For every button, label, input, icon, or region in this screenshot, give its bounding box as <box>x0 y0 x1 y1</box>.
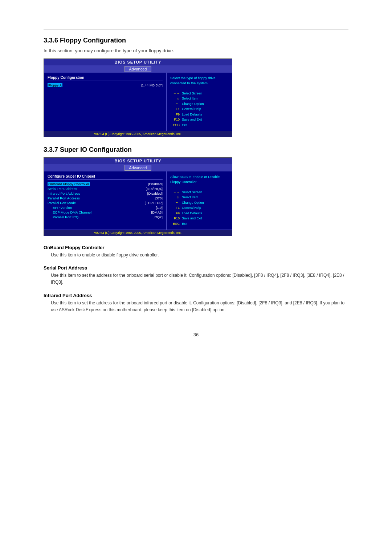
bios-row-value: [3F8/IRQ4] <box>146 187 163 191</box>
bios-superio-footer: v02.54 (C) Copyright 1985-2005, American… <box>44 230 232 236</box>
kb-row: +–Change Option <box>170 102 228 107</box>
kb-desc: Change Option <box>182 200 204 206</box>
bios-floppy-a-value: [1.44 MB 3½"] <box>141 83 163 87</box>
kb-desc: Save and Exit <box>182 216 202 221</box>
kb-key: F9 <box>170 211 180 216</box>
kb-row: F1General Help <box>170 206 228 211</box>
bios-title-floppy: BIOS SETUP UTILITY <box>44 59 232 65</box>
bios-row-label: Parallel Port IRQ <box>48 215 78 219</box>
kb-row: F9Load Defaults <box>170 211 228 216</box>
bios-row-value: [ECP+EPP] <box>145 201 163 205</box>
kb-key: F9 <box>170 112 180 117</box>
bios-row-value: [IRQ7] <box>153 215 163 219</box>
bios-nav-item-advanced[interactable]: Advanced <box>124 66 152 72</box>
bios-row-value: [Enabled] <box>148 182 163 186</box>
bios-content-superio: Configure Super IO Chipset OnBoard Flopp… <box>44 171 232 230</box>
bios-title-superio: BIOS SETUP UTILITY <box>44 158 232 164</box>
bios-row: Parallel Port Address[378] <box>48 196 163 200</box>
kb-desc: Select Item <box>182 195 198 200</box>
kb-desc: Change Option <box>182 102 204 107</box>
bios-box-floppy: BIOS SETUP UTILITY Advanced Floppy Confi… <box>44 58 232 137</box>
bios-row-label: ECP Mode DMA Channel <box>48 210 91 214</box>
kb-key: +– <box>170 200 180 206</box>
bios-nav-superio: Advanced <box>44 164 232 171</box>
subsection: Infrared Port AddressUse this item to se… <box>44 293 348 313</box>
bios-section-label-floppy: Floppy Configuration <box>48 76 163 81</box>
bios-superio-rows: OnBoard Floppy Controller[Enabled]Serial… <box>48 182 163 219</box>
bios-right-floppy: Select the type of floppy drive connecte… <box>167 73 232 131</box>
kb-key: F10 <box>170 117 180 122</box>
top-divider <box>44 29 348 29</box>
kb-key: ESC <box>170 123 180 128</box>
kb-key: F10 <box>170 216 180 221</box>
bios-row-value: [1.9] <box>156 206 163 210</box>
bios-superio-keybindings: ←→Select Screen↑↓Select Item+–Change Opt… <box>170 190 228 227</box>
bios-row-label: OnBoard Floppy Controller <box>48 182 90 186</box>
bios-nav-item-advanced-superio[interactable]: Advanced <box>124 165 152 171</box>
bottom-divider <box>44 321 348 321</box>
bios-row-value: [DMA3] <box>151 210 163 214</box>
bios-nav-floppy: Advanced <box>44 65 232 73</box>
kb-key: +– <box>170 102 180 107</box>
kb-row: ESCExit <box>170 222 228 227</box>
section-superio-title: 3.3.7 Super IO Configuration <box>44 146 348 154</box>
kb-row: F10Save and Exit <box>170 117 228 122</box>
bios-row: Infrared Port Address[Disabled] <box>48 191 163 195</box>
bios-row-label: Serial Port Address <box>48 187 77 191</box>
subsection-body: Use this item to set the address for the… <box>44 272 348 286</box>
kb-row: +–Change Option <box>170 200 228 206</box>
subsection-title: OnBoard Floppy Controller <box>44 245 348 250</box>
bios-row: Parallel Port Mode[ECP+EPP] <box>48 201 163 205</box>
bios-floppy-a-label: Floppy A <box>48 83 62 87</box>
kb-row: ←→Select Screen <box>170 91 228 96</box>
bios-floppy-keybindings: ←→Select Screen↑↓Select Item+–Change Opt… <box>170 91 228 128</box>
kb-key: ESC <box>170 222 180 227</box>
kb-row: ←→Select Screen <box>170 190 228 195</box>
bios-row: EPP Version[1.9] <box>48 206 163 210</box>
kb-desc: Load Defaults <box>182 211 202 216</box>
kb-desc: Exit <box>182 222 187 227</box>
kb-desc: General Help <box>182 107 201 112</box>
kb-desc: Load Defaults <box>182 112 202 117</box>
bios-superio-help: Allow BIOS to Enable or Disable Floppy C… <box>170 174 228 185</box>
bios-row-label: Parallel Port Mode <box>48 201 76 205</box>
bios-floppy-row: Floppy A [1.44 MB 3½"] <box>48 83 163 87</box>
kb-desc: Exit <box>182 123 187 128</box>
section-floppy-title: 3.3.6 Floppy Configuration <box>44 37 348 44</box>
kb-row: F9Load Defaults <box>170 112 228 117</box>
bios-floppy-help: Select the type of floppy drive connecte… <box>170 76 228 86</box>
bios-row-label: Infrared Port Address <box>48 191 80 195</box>
bios-row-label: EPP Version <box>48 206 72 210</box>
bios-floppy-footer: v02.54 (C) Copyright 1985-2005, American… <box>44 131 232 137</box>
bios-left-superio: Configure Super IO Chipset OnBoard Flopp… <box>44 171 167 230</box>
bios-section-label-superio: Configure Super IO Chipset <box>48 174 163 180</box>
kb-row: ESCExit <box>170 123 228 128</box>
subsection: OnBoard Floppy ControllerUse this item t… <box>44 245 348 259</box>
kb-row: ↑↓Select Item <box>170 195 228 200</box>
bios-right-superio: Allow BIOS to Enable or Disable Floppy C… <box>167 171 232 230</box>
bios-row-value: [Disabled] <box>147 191 163 195</box>
kb-key: ←→ <box>170 190 180 195</box>
kb-key: ←→ <box>170 91 180 96</box>
kb-desc: Select Screen <box>182 91 202 96</box>
bios-row-label: Parallel Port Address <box>48 196 80 200</box>
bios-row-value: [378] <box>155 196 163 200</box>
kb-key: ↑↓ <box>170 195 180 200</box>
section-floppy-intro: In this section, you may configure the t… <box>44 48 348 53</box>
subsection: Serial Port AddressUse this item to set … <box>44 265 348 286</box>
kb-row: ↑↓Select Item <box>170 96 228 101</box>
bios-row: Serial Port Address[3F8/IRQ4] <box>48 187 163 191</box>
kb-row: F10Save and Exit <box>170 216 228 221</box>
bios-content-floppy: Floppy Configuration Floppy A [1.44 MB 3… <box>44 73 232 131</box>
kb-desc: General Help <box>182 206 201 211</box>
subsection-title: Serial Port Address <box>44 265 348 271</box>
kb-key: F1 <box>170 206 180 211</box>
kb-row: F1General Help <box>170 107 228 112</box>
kb-key: F1 <box>170 107 180 112</box>
bios-row: ECP Mode DMA Channel[DMA3] <box>48 210 163 214</box>
bios-box-superio: BIOS SETUP UTILITY Advanced Configure Su… <box>44 157 232 236</box>
kb-desc: Select Item <box>182 96 198 101</box>
subsection-body: Use this item to set the address for the… <box>44 300 348 313</box>
kb-key: ↑↓ <box>170 96 180 101</box>
subsection-title: Infrared Port Address <box>44 293 348 298</box>
